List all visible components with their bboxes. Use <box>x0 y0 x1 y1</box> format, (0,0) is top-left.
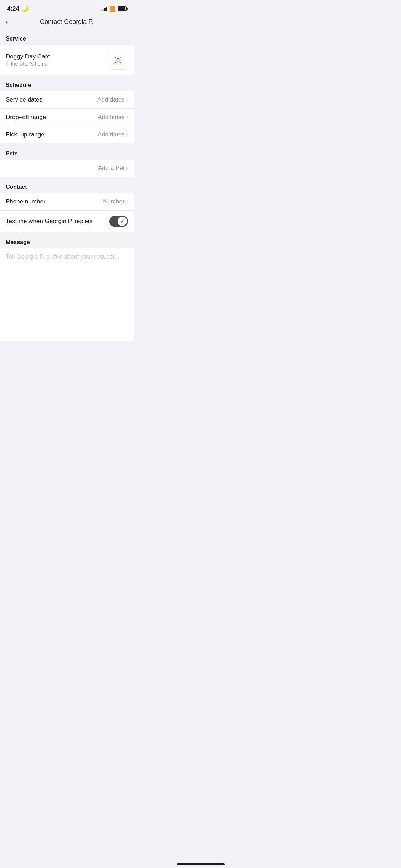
sep-1 <box>0 75 134 78</box>
dropoff-range-chevron-icon: › <box>126 114 128 120</box>
status-bar: 4:24 🌙 📶 <box>0 0 134 15</box>
text-notification-label: Text me when Georgia P. replies <box>6 218 92 225</box>
sep-2 <box>0 143 134 146</box>
add-pet-chevron-icon: › <box>126 165 128 171</box>
service-item[interactable]: Doggy Day Care in the sitter's home <box>0 45 134 75</box>
sep-3 <box>0 177 134 180</box>
dropoff-range-label: Drop–off range <box>6 114 46 121</box>
pickup-range-label: Pick–up range <box>6 131 45 138</box>
sun-icon <box>112 54 124 66</box>
service-info: Doggy Day Care in the sitter's home <box>6 53 51 67</box>
add-pet-value: Add a Pet <box>98 165 125 172</box>
back-chevron-icon: ‹ <box>6 18 8 26</box>
service-dates-item[interactable]: Service dates Add dates › <box>0 91 134 109</box>
phone-number-value: Number <box>103 198 124 205</box>
add-pet-right: Add a Pet › <box>98 165 128 172</box>
service-dates-label: Service dates <box>6 96 42 103</box>
contact-card: Phone number Number › Text me when Georg… <box>0 193 134 232</box>
status-right: 📶 <box>101 6 127 12</box>
dropoff-range-value: Add times <box>98 114 125 121</box>
message-placeholder-text: Tell Georgia P. a little about your requ… <box>6 253 119 260</box>
battery-icon <box>118 6 127 11</box>
check-icon: ✓ <box>120 218 124 224</box>
message-header-label: Message <box>6 239 30 245</box>
toggle-knob: ✓ <box>118 217 127 226</box>
add-pet-item[interactable]: Add a Pet › <box>0 160 134 177</box>
phone-number-item[interactable]: Phone number Number › <box>0 193 134 211</box>
sep-4 <box>0 232 134 235</box>
phone-number-right: Number › <box>103 198 128 205</box>
message-section-header: Message <box>0 235 134 248</box>
status-time: 4:24 🌙 <box>7 5 29 12</box>
service-location: in the sitter's home <box>6 61 51 67</box>
dropoff-range-right: Add times › <box>98 114 128 121</box>
wifi-icon: 📶 <box>109 6 115 12</box>
service-section-header: Service <box>0 31 134 45</box>
back-button[interactable]: ‹ <box>6 18 8 26</box>
service-dates-right: Add dates › <box>97 96 128 103</box>
pets-section-header: Pets <box>0 146 134 160</box>
message-input-area[interactable]: Tell Georgia P. a little about your requ… <box>0 248 134 320</box>
service-dates-chevron-icon: › <box>126 97 128 103</box>
service-name: Doggy Day Care <box>6 53 51 60</box>
svg-line-2 <box>115 57 116 58</box>
schedule-section-header: Schedule <box>0 78 134 91</box>
bottom-spacer <box>0 320 134 341</box>
contact-header-label: Contact <box>6 184 27 190</box>
moon-icon: 🌙 <box>21 5 29 12</box>
pets-card: Add a Pet › <box>0 160 134 177</box>
phone-number-chevron-icon: › <box>126 198 128 205</box>
pickup-range-value: Add times <box>98 131 125 138</box>
contact-section-header: Contact <box>0 180 134 193</box>
page-title: Contact Georgia P. <box>40 18 94 26</box>
pickup-range-chevron-icon: › <box>126 131 128 138</box>
pickup-range-item[interactable]: Pick–up range Add times › <box>0 126 134 143</box>
time-label: 4:24 <box>7 5 19 12</box>
phone-number-label: Phone number <box>6 198 46 205</box>
pickup-range-right: Add times › <box>98 131 128 138</box>
dropoff-range-item[interactable]: Drop–off range Add times › <box>0 109 134 126</box>
service-header-label: Service <box>6 36 26 42</box>
text-notification-toggle[interactable]: ✓ <box>109 216 128 227</box>
nav-bar: ‹ Contact Georgia P. <box>0 15 134 31</box>
schedule-card: Service dates Add dates › Drop–off range… <box>0 91 134 143</box>
svg-line-1 <box>120 57 120 58</box>
service-card: Doggy Day Care in the sitter's home <box>0 45 134 75</box>
service-dates-value: Add dates <box>97 96 125 103</box>
pets-header-label: Pets <box>6 150 18 156</box>
text-notification-item[interactable]: Text me when Georgia P. replies ✓ <box>0 211 134 232</box>
schedule-header-label: Schedule <box>6 82 31 88</box>
signal-bars-icon <box>101 6 107 11</box>
service-icon-box <box>108 50 128 70</box>
